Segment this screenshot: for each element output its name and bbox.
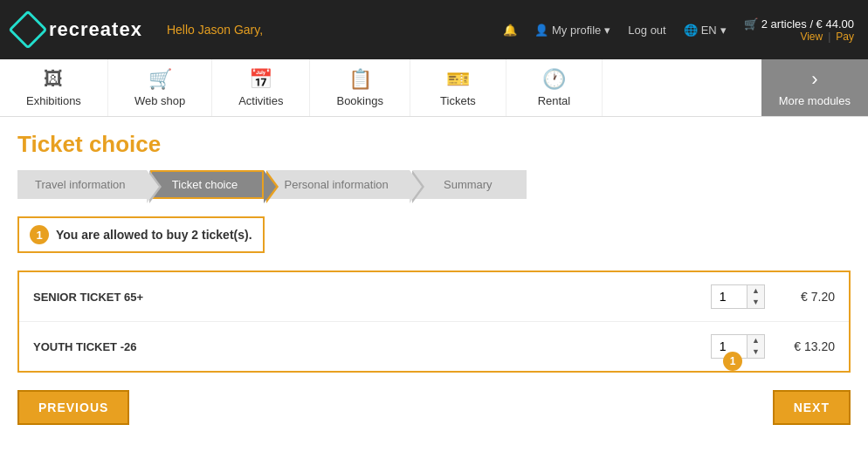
tickets-label: Tickets (440, 94, 476, 107)
previous-button[interactable]: PREVIOUS (17, 390, 129, 425)
activities-icon: 📅 (249, 68, 272, 91)
webshop-icon: 🛒 (148, 68, 172, 91)
bookings-label: Bookings (336, 94, 382, 107)
profile-menu[interactable]: 👤 My profile ▾ (534, 24, 610, 37)
youth-ticket-qty-area: ▲ ▼ 1 (711, 334, 765, 359)
bookings-icon: 📋 (348, 68, 372, 91)
breadcrumb-summary[interactable]: Summary (413, 170, 527, 199)
nav-webshop[interactable]: 🛒 Web shop (108, 59, 212, 116)
greeting-text: Hello Jason Gary, (167, 23, 263, 37)
senior-qty-up[interactable]: ▲ (747, 285, 764, 297)
cart-label: 2 articles / € 44.00 (761, 17, 854, 31)
nav-tickets[interactable]: 🎫 Tickets (410, 59, 506, 116)
logo-diamond-icon (8, 10, 47, 49)
cart-pay-link[interactable]: Pay (836, 31, 854, 43)
nav-bookings[interactable]: 📋 Bookings (310, 59, 410, 116)
cart-actions: View | Pay (800, 31, 854, 43)
more-modules-icon: › (811, 68, 817, 91)
page-content: Ticket choice Travel information Ticket … (0, 117, 868, 439)
ticket-row-senior: SENIOR TICKET 65+ ▲ ▼ € 7.20 (19, 272, 849, 322)
tickets-icon: 🎫 (446, 68, 470, 91)
info-badge: 1 (30, 225, 49, 244)
exhibitions-label: Exhibitions (26, 94, 81, 107)
page-title: Ticket choice (17, 131, 851, 158)
rental-label: Rental (538, 94, 571, 107)
senior-ticket-name: SENIOR TICKET 65+ (33, 291, 711, 304)
senior-ticket-qty-area: ▲ ▼ (711, 284, 765, 309)
youth-qty-up[interactable]: ▲ (747, 335, 764, 346)
bell-icon[interactable]: 🔔 (503, 24, 517, 37)
cart-view-link[interactable]: View (800, 31, 823, 43)
senior-ticket-price: € 7.20 (765, 290, 835, 304)
next-button[interactable]: NEXT (773, 390, 851, 425)
nav-activities[interactable]: 📅 Activities (212, 59, 310, 116)
logout-button[interactable]: Log out (628, 24, 665, 37)
youth-ticket-badge: 1 (723, 352, 742, 371)
breadcrumb-ticket-choice[interactable]: Ticket choice (150, 170, 264, 199)
more-modules-label: More modules (779, 94, 851, 107)
breadcrumb-summary-label: Summary (444, 178, 493, 191)
profile-label: My profile (552, 24, 601, 37)
senior-qty-spinners: ▲ ▼ (747, 285, 764, 308)
language-chevron-icon: ▾ (720, 24, 727, 37)
globe-icon: 🌐 (684, 24, 698, 37)
logo[interactable]: recreatex (14, 16, 142, 44)
footer-buttons: PREVIOUS NEXT (17, 390, 851, 425)
ticket-section: SENIOR TICKET 65+ ▲ ▼ € 7.20 YOUTH TICKE… (17, 271, 851, 373)
breadcrumb-personal[interactable]: Personal information (267, 170, 410, 199)
breadcrumb-travel[interactable]: Travel information (17, 170, 147, 199)
youth-qty-spinners: ▲ ▼ (747, 335, 764, 358)
info-text: You are allowed to buy 2 ticket(s). (56, 228, 252, 242)
logo-text: recreatex (49, 18, 142, 41)
profile-chevron-icon: ▾ (604, 24, 610, 37)
webshop-label: Web shop (134, 94, 185, 107)
nav-more-modules[interactable]: › More modules (761, 59, 868, 116)
cart-area: 🛒 2 articles / € 44.00 View | Pay (744, 17, 854, 43)
language-label: EN (701, 24, 717, 37)
cart-icon: 🛒 (744, 17, 758, 31)
breadcrumb-personal-label: Personal information (285, 178, 389, 191)
breadcrumb-ticket-choice-label: Ticket choice (172, 178, 238, 191)
language-selector[interactable]: 🌐 EN ▾ (684, 24, 727, 37)
youth-qty-down[interactable]: ▼ (747, 346, 764, 358)
top-navigation: recreatex Hello Jason Gary, 🔔 👤 My profi… (0, 0, 868, 59)
info-box: 1 You are allowed to buy 2 ticket(s). (17, 216, 265, 253)
logout-label: Log out (628, 24, 665, 37)
nav-rental[interactable]: 🕐 Rental (506, 59, 603, 116)
nav-exhibitions[interactable]: 🖼 Exhibitions (0, 59, 108, 116)
main-navigation: 🖼 Exhibitions 🛒 Web shop 📅 Activities 📋 … (0, 59, 868, 117)
rental-icon: 🕐 (542, 68, 566, 91)
top-nav-icons: 🔔 👤 My profile ▾ Log out 🌐 EN ▾ 🛒 2 arti… (503, 17, 854, 43)
cart-summary[interactable]: 🛒 2 articles / € 44.00 (744, 17, 854, 31)
youth-ticket-name: YOUTH TICKET -26 (33, 340, 711, 353)
senior-qty-input-wrap[interactable]: ▲ ▼ (711, 284, 765, 309)
breadcrumb-travel-label: Travel information (35, 178, 126, 191)
exhibitions-icon: 🖼 (44, 68, 63, 91)
activities-label: Activities (238, 94, 283, 107)
youth-ticket-price: € 13.20 (765, 339, 835, 353)
ticket-row-youth: YOUTH TICKET -26 ▲ ▼ 1 € 13.20 (19, 322, 849, 371)
senior-qty-down[interactable]: ▼ (747, 297, 764, 308)
breadcrumb: Travel information Ticket choice Persona… (17, 170, 851, 199)
senior-qty-input[interactable] (712, 286, 747, 307)
